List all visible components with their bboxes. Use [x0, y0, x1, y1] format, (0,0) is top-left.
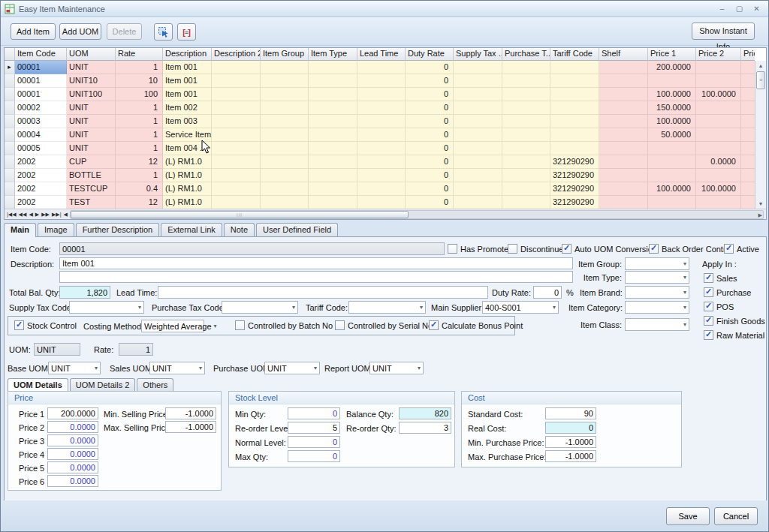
- grid-cell[interactable]: [212, 182, 261, 196]
- grid-cell[interactable]: Item 001: [163, 74, 212, 88]
- grid-cell[interactable]: [261, 182, 309, 196]
- grid-cell[interactable]: 2002: [15, 182, 67, 196]
- horizontal-scroll-thumb[interactable]: |||: [71, 211, 409, 218]
- grid-cell[interactable]: 321290290: [550, 155, 599, 169]
- navigator-button[interactable]: ◀◀: [19, 210, 27, 219]
- grid-cell[interactable]: CUP: [67, 155, 116, 169]
- standard-cost-field[interactable]: [545, 407, 596, 419]
- grid-cell[interactable]: 1: [116, 169, 163, 182]
- grid-cell[interactable]: BOTTLE: [67, 169, 116, 182]
- grid-cell[interactable]: [648, 142, 696, 155]
- save-button[interactable]: Save: [666, 507, 710, 525]
- grid-cell[interactable]: [309, 101, 357, 115]
- grid-cell[interactable]: [212, 88, 261, 101]
- grid-cell[interactable]: 00003: [15, 115, 67, 128]
- re-order-qty-field[interactable]: [399, 422, 451, 434]
- column-header-description[interactable]: Description: [163, 48, 212, 61]
- grid-cell[interactable]: [212, 61, 261, 74]
- grid-cell[interactable]: [357, 74, 406, 88]
- grid-cell[interactable]: [454, 128, 502, 142]
- grid-cell[interactable]: [599, 155, 648, 169]
- column-header-price-1[interactable]: Price 1: [648, 48, 696, 61]
- grid-cell[interactable]: [357, 155, 406, 169]
- back-order-control-checkbox[interactable]: Back Order Control: [649, 244, 732, 254]
- add-uom-button[interactable]: Add UOM: [59, 23, 101, 40]
- grid-cell[interactable]: 00004: [15, 128, 67, 142]
- grid-cell[interactable]: [741, 196, 755, 209]
- supply-tax-code-dropdown[interactable]: [69, 301, 144, 314]
- navigator-button[interactable]: ▶▶: [41, 210, 50, 219]
- grid-cell[interactable]: 0.4: [116, 182, 163, 196]
- grid-cell[interactable]: [502, 196, 550, 209]
- grid-cell[interactable]: [550, 128, 599, 142]
- show-instant-info-button[interactable]: Show Instant Info: [692, 23, 755, 40]
- grid-cell[interactable]: [741, 115, 755, 128]
- active-checkbox[interactable]: Active: [724, 244, 759, 254]
- grid-cell[interactable]: [212, 155, 261, 169]
- grid-cell[interactable]: [454, 196, 502, 209]
- grid-cell[interactable]: [357, 61, 406, 74]
- grid-row[interactable]: 2002CUP12(L) RM1.003212902900.0000: [5, 155, 755, 169]
- max-purchase-price-field[interactable]: [545, 450, 596, 462]
- grid-cell[interactable]: [741, 101, 755, 115]
- grid-row[interactable]: 2002TEST12(L) RM1.00321290290: [5, 196, 755, 209]
- grid-cell[interactable]: [212, 74, 261, 88]
- grid-cell[interactable]: Item 001: [163, 61, 212, 74]
- grid-cell[interactable]: 0: [406, 74, 454, 88]
- grid-cell[interactable]: [502, 88, 550, 101]
- report-uom-dropdown[interactable]: UNIT: [369, 362, 424, 374]
- column-header-price-3[interactable]: Price 3: [741, 48, 755, 61]
- grid-cell[interactable]: [261, 88, 309, 101]
- grid-cell[interactable]: [357, 169, 406, 182]
- grid-cell[interactable]: 0.0000: [696, 155, 741, 169]
- grid-cell[interactable]: [696, 142, 741, 155]
- tab-uom-details-2[interactable]: UOM Details 2: [70, 378, 136, 391]
- grid-cell[interactable]: [599, 61, 648, 74]
- grid-cell[interactable]: 50.0000: [648, 128, 696, 142]
- grid-cell[interactable]: [550, 61, 599, 74]
- grid-cell[interactable]: (L) RM1.0: [163, 169, 212, 182]
- grid-cell[interactable]: UNIT10: [67, 74, 116, 88]
- grid-cell[interactable]: [741, 88, 755, 101]
- grid-cell[interactable]: [502, 101, 550, 115]
- item-code-field[interactable]: [59, 242, 445, 255]
- grid-cell[interactable]: [261, 155, 309, 169]
- controlled-by-batch-checkbox[interactable]: Controlled by Batch No: [235, 320, 333, 330]
- grid-cell[interactable]: [599, 88, 648, 101]
- grid-cell[interactable]: [261, 115, 309, 128]
- max-selling-price-field[interactable]: [165, 421, 216, 433]
- grid-cell[interactable]: 100.0000: [648, 88, 696, 101]
- grid-cell[interactable]: [502, 142, 550, 155]
- grid-row[interactable]: 00005UNIT1Item 004 ...0: [5, 142, 755, 155]
- grid-cell[interactable]: 100.0000: [648, 182, 696, 196]
- column-header-item-group[interactable]: Item Group: [261, 48, 309, 61]
- navigator-button[interactable]: ▶▶|: [52, 210, 62, 219]
- costing-method-dropdown[interactable]: Weighted Average: [141, 320, 204, 332]
- grid-cell[interactable]: [454, 115, 502, 128]
- grid-cell[interactable]: UNIT: [67, 101, 116, 115]
- grid-cell[interactable]: [261, 101, 309, 115]
- tab-note[interactable]: Note: [224, 223, 255, 236]
- tab-external-link[interactable]: External Link: [161, 223, 222, 236]
- grid-cell[interactable]: [309, 169, 357, 182]
- navigator-button[interactable]: ◀: [64, 210, 68, 219]
- grid-cell[interactable]: Item 003: [163, 115, 212, 128]
- grid-cell[interactable]: 0: [406, 88, 454, 101]
- controlled-by-serial-checkbox[interactable]: Controlled by Serial No: [335, 320, 433, 330]
- grid-cell[interactable]: [309, 128, 357, 142]
- column-header-duty-rate[interactable]: Duty Rate: [406, 48, 454, 61]
- grid-cell[interactable]: [599, 196, 648, 209]
- grid-cell[interactable]: 100: [116, 88, 163, 101]
- grid-cell[interactable]: 00005: [15, 142, 67, 155]
- calculate-bonus-point-checkbox[interactable]: Calculate Bonus Point: [429, 320, 523, 330]
- grid-cell[interactable]: [454, 182, 502, 196]
- scroll-right-icon[interactable]: ▶: [758, 211, 762, 219]
- grid-cell[interactable]: [502, 128, 550, 142]
- list-view-button[interactable]: [≡]: [177, 23, 196, 41]
- tab-others[interactable]: Others: [137, 378, 173, 391]
- tab-main[interactable]: Main: [4, 223, 36, 237]
- grid-cell[interactable]: 00001: [15, 61, 67, 74]
- grid-cell[interactable]: [696, 196, 741, 209]
- grid-cell[interactable]: [454, 169, 502, 182]
- add-item-button[interactable]: Add Item: [11, 23, 56, 40]
